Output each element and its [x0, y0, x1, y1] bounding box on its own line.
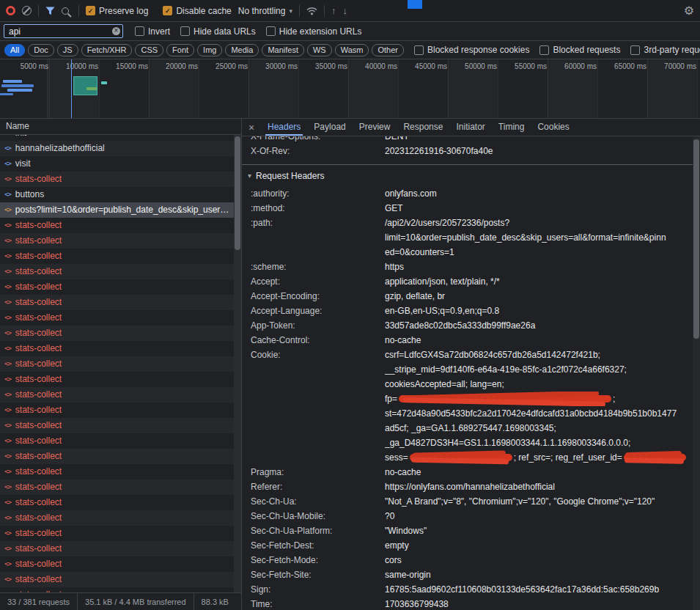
checkbox-box[interactable] — [630, 45, 640, 55]
toolbar-blue-indicator — [408, 0, 422, 9]
request-row[interactable]: <>stats-collect — [0, 372, 241, 387]
record-button[interactable] — [6, 6, 15, 15]
network-conditions-icon[interactable] — [306, 7, 317, 15]
request-row[interactable]: <>visit — [0, 156, 241, 172]
name-column-header[interactable]: Name — [0, 119, 241, 135]
type-filter-media[interactable]: Media — [225, 44, 259, 56]
request-list: <>init<>hannahelizabethofficial<>visit<>… — [0, 135, 241, 592]
header-name: :method: — [242, 201, 385, 216]
checkbox-hide-data-urls[interactable]: Hide data URLs — [180, 26, 256, 37]
request-row[interactable]: <>hannahelizabethofficial — [0, 141, 241, 156]
request-headers-section[interactable]: ▾ Request Headers — [242, 164, 700, 186]
header-value: https — [385, 260, 700, 274]
checkbox-box[interactable] — [266, 26, 276, 36]
checkbox-blocked-requests[interactable]: Blocked requests — [539, 45, 620, 55]
clear-filter-icon[interactable]: × — [112, 27, 120, 35]
checkbox-3rd-party-requests[interactable]: 3rd-party requests — [630, 45, 700, 55]
scrollbar-thumb[interactable] — [235, 136, 240, 250]
clear-network-log-button[interactable] — [22, 6, 32, 15]
checkbox-invert[interactable]: Invert — [135, 26, 170, 37]
request-row[interactable]: <>stats-collect — [0, 510, 241, 526]
throttling-select[interactable]: No throttling ▾ — [238, 6, 292, 16]
request-row[interactable]: <>stats-collect — [0, 172, 241, 187]
header-row: Sec-Ch-Ua-Mobile:?0 — [242, 509, 700, 523]
timeline-overview[interactable]: 5000 ms10000 ms15000 ms20000 ms25000 ms3… — [0, 59, 700, 119]
type-filter-font[interactable]: Font — [166, 44, 194, 56]
export-har-icon[interactable]: ↓ — [342, 6, 347, 15]
checkbox-box[interactable]: ✓ — [163, 6, 172, 15]
header-value-text: "Not_A Brand";v="8", "Chromium";v="120",… — [385, 496, 655, 507]
request-row[interactable]: <>stats-collect — [0, 433, 241, 449]
request-row[interactable]: <>stats-collect — [0, 526, 241, 541]
import-har-icon[interactable]: ↑ — [331, 6, 336, 15]
request-row[interactable]: <>stats-collect — [0, 295, 241, 310]
scrollbar-thumb[interactable] — [693, 139, 699, 339]
checkbox-blocked-response-cookies[interactable]: Blocked response cookies — [414, 45, 529, 55]
request-row[interactable]: <>stats-collect — [0, 449, 241, 464]
header-value-line: __stripe_mid=9df140f6-e64a-419e-85fc-a1c… — [385, 362, 700, 377]
search-icon[interactable] — [62, 7, 69, 15]
filter-input[interactable] — [4, 24, 123, 38]
filter-funnel-icon[interactable] — [45, 7, 55, 15]
tab-initiator[interactable]: Initiator — [449, 119, 491, 136]
checkbox-box[interactable] — [135, 26, 144, 36]
checkbox-preserve-log[interactable]: ✓Preserve log — [86, 6, 148, 16]
request-row[interactable]: <>stats-collect — [0, 310, 241, 326]
type-filter-other[interactable]: Other — [372, 44, 404, 56]
tab-response[interactable]: Response — [397, 119, 449, 136]
checkbox-disable-cache[interactable]: ✓Disable cache — [163, 6, 231, 16]
request-row[interactable]: <>stats-collect — [0, 233, 241, 249]
request-row[interactable]: <>stats-collect — [0, 249, 241, 264]
request-row[interactable]: <>buttons — [0, 187, 241, 202]
script-icon: <> — [4, 279, 11, 295]
request-row[interactable]: <>stats-collect — [0, 541, 241, 556]
request-row[interactable]: <>init — [0, 135, 241, 141]
request-row[interactable]: <>stats-collect — [0, 572, 241, 587]
type-filter-all[interactable]: All — [4, 44, 25, 56]
checkbox-box[interactable] — [180, 26, 190, 36]
script-icon: <> — [4, 233, 11, 249]
request-row[interactable]: <>stats-collect — [0, 326, 241, 341]
checkbox-hide-extension-urls[interactable]: Hide extension URLs — [266, 26, 362, 37]
type-filter-css[interactable]: CSS — [135, 44, 163, 56]
request-row[interactable]: <>stats-collect — [0, 218, 241, 233]
script-icon: <> — [4, 587, 11, 592]
request-row[interactable]: <>stats-collect — [0, 341, 241, 356]
overview-selection[interactable] — [73, 76, 97, 95]
type-filter-ws[interactable]: WS — [307, 44, 332, 56]
request-row[interactable]: <>stats-collect — [0, 403, 241, 418]
tab-timing[interactable]: Timing — [492, 119, 531, 136]
detail-scrollbar[interactable] — [693, 136, 700, 610]
tab-preview[interactable]: Preview — [353, 119, 397, 136]
request-row[interactable]: <>posts?limit=10&order=publish_date_desc… — [0, 202, 241, 218]
request-row[interactable]: <>stats-collect — [0, 356, 241, 372]
requests-scrollbar[interactable] — [234, 135, 241, 592]
type-filter-doc[interactable]: Doc — [28, 44, 54, 56]
request-row[interactable]: <>stats-collect — [0, 556, 241, 572]
request-row[interactable]: <>stats-collect — [0, 495, 241, 510]
tab-cookies[interactable]: Cookies — [531, 119, 575, 136]
type-filter-manifest[interactable]: Manifest — [262, 44, 304, 56]
header-name: :authority: — [242, 186, 385, 201]
request-row[interactable]: <>stats-collect — [0, 264, 241, 279]
request-name: stats-collect — [15, 310, 70, 326]
type-filter-wasm[interactable]: Wasm — [335, 44, 369, 56]
type-filter-img[interactable]: Img — [197, 44, 222, 56]
request-row[interactable]: <>stats-collect — [0, 464, 241, 479]
request-row[interactable]: <>stats-collect — [0, 279, 241, 295]
checkbox-box[interactable] — [539, 45, 549, 55]
tab-payload[interactable]: Payload — [307, 119, 352, 136]
gear-icon[interactable]: ⚙ — [684, 5, 694, 17]
checkbox-box[interactable] — [414, 45, 424, 55]
tab-headers[interactable]: Headers — [261, 119, 307, 136]
type-filter-fetch-xhr[interactable]: Fetch/XHR — [81, 44, 133, 56]
type-filter-js[interactable]: JS — [57, 44, 78, 56]
checkbox-box[interactable]: ✓ — [86, 6, 95, 15]
close-icon[interactable]: × — [242, 122, 261, 133]
request-row[interactable]: <>stats-collect — [0, 587, 241, 592]
request-row[interactable]: <>stats-collect — [0, 479, 241, 495]
header-value: "Not_A Brand";v="8", "Chromium";v="120",… — [385, 494, 700, 509]
transferred-size: 35.1 kB / 4.4 MB transferred — [78, 593, 194, 610]
request-row[interactable]: <>stats-collect — [0, 387, 241, 403]
request-row[interactable]: <>stats-collect — [0, 418, 241, 433]
